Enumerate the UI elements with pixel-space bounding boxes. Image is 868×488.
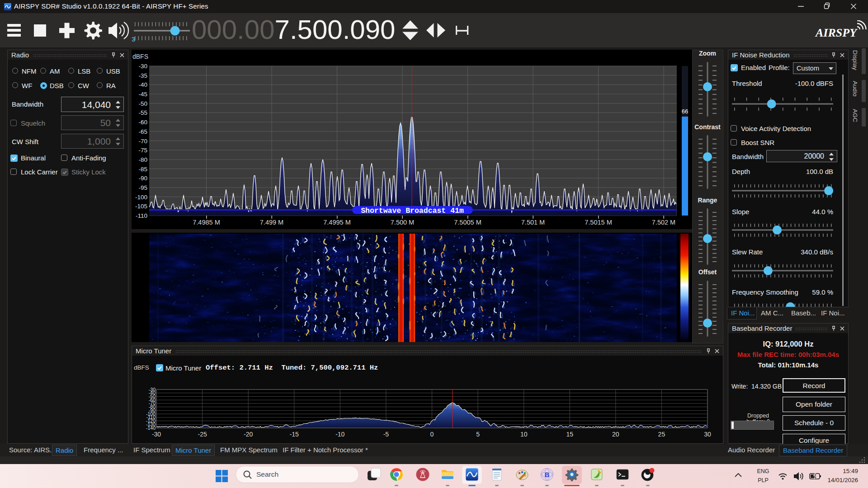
svg-text:-110: -110 — [136, 212, 147, 219]
svg-text:Offset: Offset — [698, 268, 717, 276]
svg-text:20: 20 — [612, 431, 619, 438]
svg-text:7.501 M: 7.501 M — [521, 219, 545, 226]
svg-text:-45: -45 — [138, 91, 147, 98]
svg-text:66: 66 — [682, 108, 688, 115]
svg-text:-40: -40 — [138, 81, 147, 88]
svg-text:7.5015 M: 7.5015 M — [585, 219, 612, 226]
svg-text:-140: -140 — [146, 425, 156, 431]
svg-text:Range: Range — [698, 197, 717, 204]
svg-text:0: 0 — [430, 431, 434, 438]
svg-text:AIRSPY: AIRSPY — [815, 26, 858, 39]
svg-text:dBFS: dBFS — [132, 53, 148, 60]
svg-text:30: 30 — [704, 431, 711, 438]
svg-text:-50: -50 — [138, 100, 147, 107]
svg-text:Contrast: Contrast — [694, 123, 721, 131]
svg-text:Zoom: Zoom — [699, 50, 716, 57]
svg-text:-75: -75 — [138, 147, 147, 154]
svg-text:-30: -30 — [138, 63, 147, 70]
svg-text:5: 5 — [476, 431, 480, 438]
svg-text:-35: -35 — [138, 72, 147, 79]
svg-text:25: 25 — [658, 431, 665, 438]
svg-text:7.4995 M: 7.4995 M — [323, 219, 350, 226]
svg-text:-65: -65 — [138, 128, 147, 135]
svg-text:-70: -70 — [138, 138, 147, 145]
svg-text:7.502 M: 7.502 M — [652, 219, 675, 226]
svg-text:-90: -90 — [138, 175, 147, 182]
svg-text:-10: -10 — [335, 431, 344, 438]
svg-text:-95: -95 — [138, 184, 147, 191]
svg-text:-105: -105 — [135, 203, 147, 210]
svg-text:-55: -55 — [138, 109, 147, 116]
svg-text:-60: -60 — [138, 119, 147, 126]
svg-text:-25: -25 — [198, 431, 207, 438]
svg-text:7.499 M: 7.499 M — [260, 219, 283, 226]
svg-text:-5: -5 — [383, 431, 389, 438]
svg-text:10: 10 — [520, 431, 528, 438]
svg-text:Shortwave Broadcast 41m: Shortwave Broadcast 41m — [361, 206, 464, 215]
svg-text:15: 15 — [566, 431, 573, 438]
svg-text:7.500 M: 7.500 M — [391, 219, 414, 226]
svg-text:-30: -30 — [152, 431, 161, 438]
svg-text:-15: -15 — [290, 431, 299, 438]
svg-text:-100: -100 — [135, 194, 147, 201]
svg-text:7.5005 M: 7.5005 M — [454, 219, 481, 226]
svg-text:7.4985 M: 7.4985 M — [193, 219, 220, 226]
svg-text:-85: -85 — [138, 166, 147, 173]
svg-text:-20: -20 — [244, 431, 253, 438]
svg-text:-80: -80 — [138, 156, 147, 163]
svg-text:B: B — [545, 471, 549, 479]
